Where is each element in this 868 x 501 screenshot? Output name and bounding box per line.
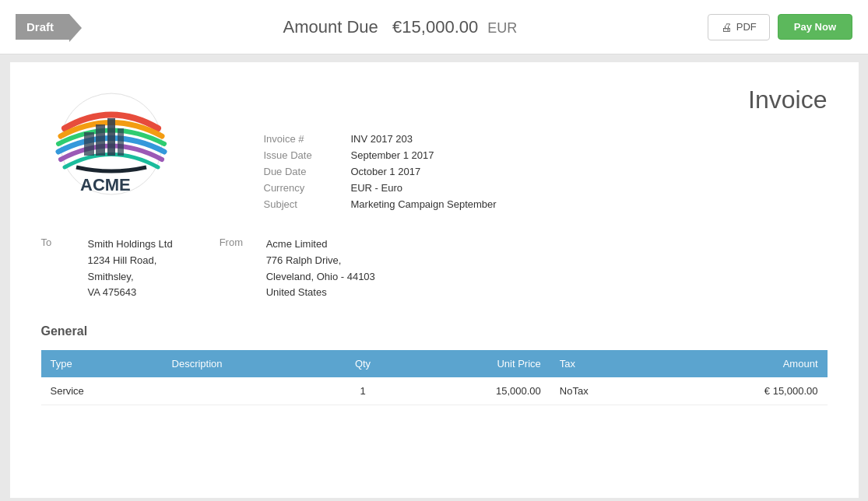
svg-text:ACME: ACME — [80, 175, 131, 194]
top-bar-actions: 🖨 PDF Pay Now — [708, 14, 852, 40]
invoice-title: Invoice — [259, 86, 828, 114]
svg-rect-3 — [118, 128, 124, 156]
to-address-line3: VA 475643 — [88, 285, 173, 301]
currency-row: Currency EUR - Euro — [261, 180, 826, 195]
draft-badge: Draft — [16, 14, 69, 40]
cell-type: Service — [41, 377, 163, 405]
to-address-block: To Smith Holdings Ltd 1234 Hill Road, Sm… — [41, 236, 173, 301]
invoice-title-area: Invoice Invoice # INV 2017 203 Issue Dat… — [259, 86, 828, 213]
due-date-label: Due Date — [261, 164, 346, 179]
invoice-number-value: INV 2017 203 — [348, 131, 826, 146]
from-label: From — [220, 236, 251, 301]
address-section: To Smith Holdings Ltd 1234 Hill Road, Sm… — [41, 236, 828, 301]
issue-date-row: Issue Date September 1 2017 — [261, 148, 826, 163]
to-address-line2: Smithsley, — [88, 269, 173, 286]
acme-logo: ACME — [41, 86, 181, 202]
due-date-row: Due Date October 1 2017 — [261, 164, 826, 179]
pdf-icon: 🖨 — [721, 21, 732, 33]
from-address-line3: United States — [266, 285, 375, 301]
currency-label: Currency — [261, 180, 346, 195]
col-tax: Tax — [550, 350, 660, 377]
amount-due-section: Amount Due €15,000.00 EUR — [93, 17, 708, 37]
invoice-number-row: Invoice # INV 2017 203 — [261, 131, 826, 146]
invoice-table-body: Service 1 15,000.00 NoTax € 15,000.00 — [41, 377, 828, 405]
cell-description — [163, 377, 323, 405]
invoice-document: ACME Invoice Invoice # INV 2017 203 Issu… — [10, 62, 859, 498]
invoice-header: ACME Invoice Invoice # INV 2017 203 Issu… — [41, 86, 828, 213]
top-bar: Draft Amount Due €15,000.00 EUR 🖨 PDF Pa… — [0, 0, 868, 54]
svg-rect-4 — [84, 132, 94, 156]
cell-unit-price: 15,000.00 — [402, 377, 550, 405]
col-qty: Qty — [323, 350, 402, 377]
svg-rect-1 — [96, 124, 105, 156]
currency-code: EUR — [487, 20, 517, 36]
svg-rect-2 — [107, 118, 115, 156]
invoice-table: Type Description Qty Unit Price Tax Amou… — [41, 350, 828, 405]
subject-label: Subject — [261, 197, 346, 212]
to-name: Smith Holdings Ltd — [88, 236, 173, 253]
pdf-button[interactable]: 🖨 PDF — [708, 14, 770, 40]
from-address-line1: 776 Ralph Drive, — [266, 253, 375, 269]
col-description: Description — [163, 350, 323, 377]
logo-area: ACME — [41, 86, 259, 205]
col-unit-price: Unit Price — [402, 350, 550, 377]
from-address-content: Acme Limited 776 Ralph Drive, Cleveland,… — [266, 236, 375, 301]
col-type: Type — [41, 350, 163, 377]
currency-value: EUR - Euro — [348, 180, 826, 195]
general-section: General Type Description Qty Unit Price … — [41, 324, 828, 405]
from-address-line2: Cleveland, Ohio - 44103 — [266, 269, 375, 286]
from-address-block: From Acme Limited 776 Ralph Drive, Cleve… — [220, 236, 375, 301]
amount-due-label: Amount Due — [283, 17, 378, 37]
to-label: To — [41, 236, 72, 301]
invoice-number-label: Invoice # — [261, 131, 346, 146]
from-name: Acme Limited — [266, 236, 375, 253]
amount-value: €15,000.00 — [392, 17, 478, 37]
cell-qty: 1 — [323, 377, 402, 405]
subject-value: Marketing Campaign September — [348, 197, 826, 212]
subject-row: Subject Marketing Campaign September — [261, 197, 826, 212]
issue-date-label: Issue Date — [261, 148, 346, 163]
to-address-line1: 1234 Hill Road, — [88, 253, 173, 269]
cell-tax: NoTax — [550, 377, 660, 405]
col-amount: Amount — [660, 350, 828, 377]
issue-date-value: September 1 2017 — [348, 148, 826, 163]
invoice-details-table: Invoice # INV 2017 203 Issue Date Septem… — [259, 130, 828, 213]
general-section-title: General — [41, 324, 828, 342]
to-address-content: Smith Holdings Ltd 1234 Hill Road, Smith… — [88, 236, 173, 301]
table-row: Service 1 15,000.00 NoTax € 15,000.00 — [41, 377, 828, 405]
pay-now-button[interactable]: Pay Now — [778, 14, 852, 40]
table-header-row: Type Description Qty Unit Price Tax Amou… — [41, 350, 828, 377]
address-spacer — [375, 236, 828, 301]
due-date-value: October 1 2017 — [348, 164, 826, 179]
cell-amount: € 15,000.00 — [660, 377, 828, 405]
invoice-table-header: Type Description Qty Unit Price Tax Amou… — [41, 350, 828, 377]
